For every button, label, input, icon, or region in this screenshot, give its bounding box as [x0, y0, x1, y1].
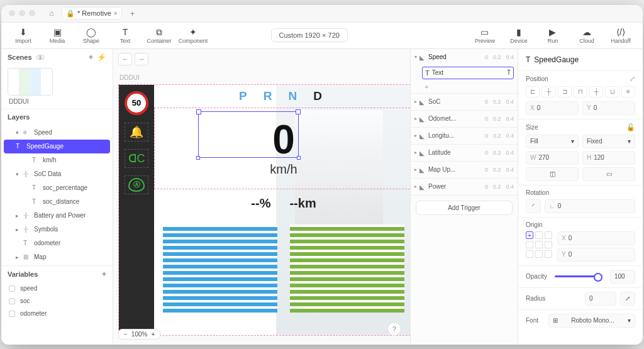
- layer-row[interactable]: ▸·|·Battery and Power: [1, 209, 113, 223]
- artboard[interactable]: 50 🔔 ᗡC Ⓐ PRND 0 km/h: [118, 84, 410, 336]
- align-left-button[interactable]: ⊏: [526, 86, 540, 97]
- layer-row[interactable]: Tsoc_percentage: [1, 181, 113, 195]
- scene-name: DDDUI: [1, 98, 113, 109]
- cloud-button[interactable]: ☁Cloud: [571, 23, 602, 47]
- text-icon: T: [507, 69, 511, 76]
- traffic-max[interactable]: [29, 10, 35, 16]
- home-icon[interactable]: ⌂: [47, 8, 57, 18]
- zoom-level: 100%: [131, 331, 148, 338]
- origin-y-input[interactable]: Y0: [557, 248, 635, 262]
- speed-limit-sign: 50: [125, 91, 148, 115]
- headlight-icon: ᗡC: [125, 149, 148, 168]
- media-tool[interactable]: ▣Media: [42, 23, 73, 47]
- layer-row[interactable]: ▾·|·SoC Data: [1, 167, 113, 181]
- add-action-button[interactable]: +: [411, 82, 518, 93]
- expand-icon[interactable]: ⤢: [630, 75, 635, 83]
- soc-data: --%--km: [154, 189, 410, 218]
- inspector-panel: TSpeedGauge Position⤢ ⊏ ┼ ⊐ ⊓ ┼ ⊔ ≡ X0 Y…: [518, 49, 643, 345]
- add-variable-button[interactable]: +: [102, 270, 106, 279]
- shape-tool[interactable]: ◯Shape: [75, 23, 107, 47]
- rotation-dial[interactable]: ◜: [526, 199, 541, 213]
- nav-forward-button[interactable]: →: [135, 53, 148, 65]
- position-x-input[interactable]: X0: [526, 101, 579, 115]
- close-icon[interactable]: ×: [114, 10, 118, 17]
- layers-header: Layers: [1, 109, 113, 125]
- tab-title: * Remotive: [77, 9, 111, 17]
- trigger-group-header[interactable]: ▸◣Longitu...00.20.4: [411, 128, 518, 144]
- layer-row[interactable]: ▸⊞Map: [1, 250, 113, 264]
- width-input[interactable]: W270: [526, 151, 579, 165]
- trigger-group-header[interactable]: ▾◣Speed00.20.4: [411, 49, 518, 65]
- zoom-out-button[interactable]: −: [121, 331, 130, 338]
- position-y-input[interactable]: Y0: [582, 101, 635, 115]
- battery-bars: [154, 218, 410, 319]
- bolt-icon[interactable]: ⚡: [97, 53, 106, 62]
- traffic-min[interactable]: [19, 10, 25, 16]
- layer-row[interactable]: TSpeedGauge: [4, 140, 110, 153]
- trigger-action[interactable]: TTextT: [422, 67, 514, 79]
- origin-picker[interactable]: [526, 231, 552, 258]
- align-right-button[interactable]: ⊐: [558, 86, 572, 97]
- distribute-button[interactable]: ≡: [621, 86, 635, 97]
- opacity-input[interactable]: 100: [610, 270, 635, 284]
- new-tab-button[interactable]: +: [127, 8, 138, 19]
- help-button[interactable]: ?: [387, 322, 401, 336]
- document-tab[interactable]: 🔒 * Remotive ×: [62, 7, 122, 19]
- layer-row[interactable]: ▸·|·Symbols: [1, 223, 113, 236]
- align-hcenter-button[interactable]: ┼: [541, 86, 555, 97]
- radius-expand-button[interactable]: ⤢: [620, 292, 635, 306]
- zoom-control[interactable]: − 100% +: [118, 329, 160, 340]
- overflow-toggle[interactable]: ▭: [582, 167, 635, 181]
- preview-button[interactable]: ▭Preview: [469, 23, 501, 47]
- device-button[interactable]: ▮Device: [503, 23, 535, 47]
- origin-x-input[interactable]: X0: [557, 231, 635, 245]
- run-button[interactable]: ▶Run: [537, 23, 569, 47]
- variable-row[interactable]: soc: [1, 295, 113, 307]
- triggers-panel: ▾◣Speed00.20.4TTextT+▸◣SoC00.20.4▸◣Odome…: [410, 49, 518, 345]
- nav-back-button[interactable]: ←: [118, 53, 132, 65]
- lock-icon[interactable]: 🔓: [626, 123, 635, 131]
- height-mode-select[interactable]: Fixed▾: [582, 135, 635, 148]
- zoom-in-button[interactable]: +: [148, 331, 157, 338]
- titlebar: ⌂ 🔒 * Remotive × +: [1, 5, 643, 23]
- height-input[interactable]: H120: [582, 151, 635, 165]
- canvas-size-selector[interactable]: Custom 1920 × 720: [271, 28, 348, 42]
- scenes-header: Scenes1 +⚡: [1, 49, 113, 65]
- opacity-slider[interactable]: [555, 275, 602, 277]
- handoff-button[interactable]: ⟨/⟩Handoff: [605, 23, 636, 47]
- layer-row[interactable]: ▾≡Speed: [1, 126, 113, 140]
- trigger-group-header[interactable]: ▸◣Odomet...00.20.4: [411, 111, 518, 127]
- rotation-input[interactable]: ∟0: [545, 199, 635, 213]
- scene-thumbnail[interactable]: [8, 68, 53, 96]
- trigger-group-header[interactable]: ▸◣Map Up...00.20.4: [411, 162, 518, 178]
- artboard-label: DDDUI: [119, 74, 140, 81]
- container-tool[interactable]: ⧉Container: [143, 23, 175, 47]
- variable-row[interactable]: speed: [1, 282, 113, 295]
- add-trigger-button[interactable]: Add Trigger: [416, 201, 513, 215]
- width-mode-select[interactable]: Fill▾: [526, 135, 579, 148]
- align-top-button[interactable]: ⊓: [574, 86, 587, 97]
- left-panel: Scenes1 +⚡ DDDUI Layers ▾≡SpeedTSpeedGau…: [1, 49, 113, 345]
- trigger-group-header[interactable]: ▸◣SoC00.20.4: [411, 94, 518, 110]
- text-tool[interactable]: TText: [109, 23, 141, 47]
- trigger-group-header[interactable]: ▸◣Power00.20.4: [411, 179, 518, 195]
- variable-row[interactable]: odometer: [1, 307, 113, 320]
- align-vcenter-button[interactable]: ┼: [589, 86, 603, 97]
- speed-gauge[interactable]: 0 km/h: [154, 108, 410, 189]
- lock-icon: 🔒: [66, 9, 75, 18]
- variables-header: Variables +: [1, 266, 113, 282]
- trigger-group-header[interactable]: ▸◣Latitude00.20.4: [411, 145, 518, 161]
- component-tool[interactable]: ✦Component: [177, 23, 209, 47]
- layer-row[interactable]: Tsoc_distance: [1, 195, 113, 209]
- layer-row[interactable]: Tkm/h: [1, 153, 113, 167]
- clip-toggle[interactable]: ◫: [526, 167, 579, 181]
- radius-input[interactable]: 0: [585, 292, 616, 306]
- align-bottom-button[interactable]: ⊔: [605, 86, 619, 97]
- import-tool[interactable]: ⬇Import: [8, 23, 39, 47]
- traffic-close[interactable]: [9, 10, 15, 16]
- add-scene-button[interactable]: +: [89, 53, 93, 62]
- selection-box[interactable]: [198, 111, 299, 158]
- layer-row[interactable]: Todometer: [1, 236, 113, 250]
- font-select[interactable]: ⊞Roboto Mono...▾: [548, 314, 635, 328]
- canvas-area[interactable]: ← → DDDUI 50 🔔 ᗡC Ⓐ PRND: [113, 49, 410, 345]
